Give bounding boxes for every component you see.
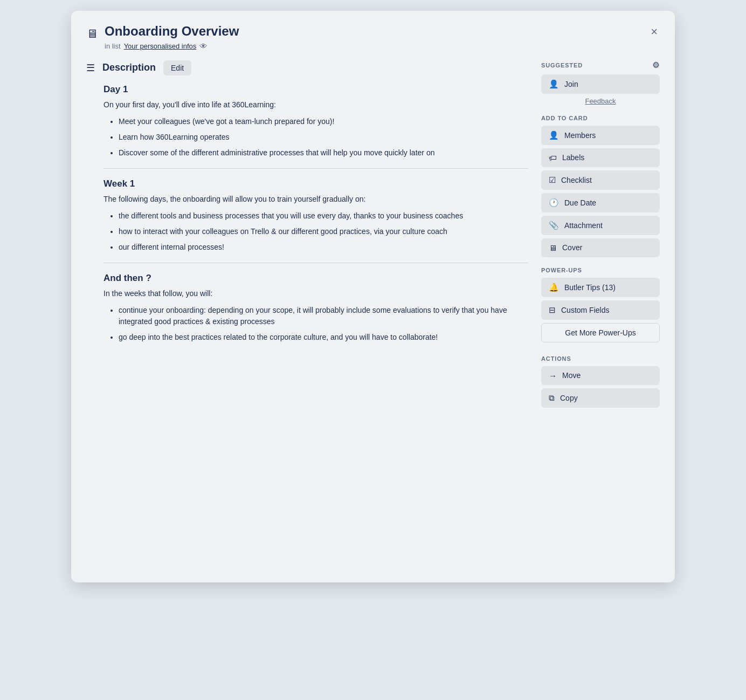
members-button[interactable]: 👤 Members xyxy=(541,126,660,145)
power-ups-section-title: POWER-UPS xyxy=(541,267,660,273)
description-header: ☰ Description Edit xyxy=(86,60,528,76)
clock-icon: 🕐 xyxy=(549,198,559,208)
due-date-button[interactable]: 🕐 Due Date xyxy=(541,193,660,212)
section-divider xyxy=(103,168,528,169)
cover-icon: 🖥 xyxy=(549,243,557,252)
move-button[interactable]: → Move xyxy=(541,366,660,385)
sidebar: SUGGESTED ⚙ 👤 Join Feedback ADD TO CARD … xyxy=(541,60,660,567)
custom-fields-icon: ⊟ xyxy=(549,305,556,315)
copy-button[interactable]: ⧉ Copy xyxy=(541,388,660,408)
bullet-list-andthen: continue your onboarding: depending on y… xyxy=(103,305,528,343)
content-area: ☰ Description Edit Day 1 On your first d… xyxy=(86,60,528,567)
list-item: Discover some of the different administr… xyxy=(119,147,528,159)
header-left: 🖥 Onboarding Overview in list Your perso… xyxy=(86,24,239,51)
person-icon: 👤 xyxy=(549,79,559,89)
labels-label: Labels xyxy=(562,153,584,162)
actions-section-title: ACTIONS xyxy=(541,355,660,362)
list-item: Learn how 360Learning operates xyxy=(119,132,528,143)
labels-icon: 🏷 xyxy=(549,153,557,162)
section-intro-day1: On your first day, you'll dive into life… xyxy=(103,99,528,111)
card-modal: 🖥 Onboarding Overview in list Your perso… xyxy=(71,11,675,582)
add-to-card-section-title: ADD TO CARD xyxy=(541,115,660,121)
checklist-label: Checklist xyxy=(561,176,592,184)
lines-icon: ☰ xyxy=(86,62,95,74)
actions-label: ACTIONS xyxy=(541,355,571,362)
bullet-list-day1: Meet your colleagues (we've got a team-l… xyxy=(103,116,528,159)
description-label: Description xyxy=(102,62,156,73)
custom-fields-button[interactable]: ⊟ Custom Fields xyxy=(541,300,660,320)
custom-fields-label: Custom Fields xyxy=(561,306,609,314)
edit-button[interactable]: Edit xyxy=(163,60,191,76)
section-heading-week1: Week 1 xyxy=(103,179,528,189)
list-prefix: in list xyxy=(105,42,121,50)
bullet-list-week1: the different tools and business process… xyxy=(103,210,528,253)
attachment-button[interactable]: 📎 Attachment xyxy=(541,216,660,235)
cover-button[interactable]: 🖥 Cover xyxy=(541,238,660,257)
feedback-link[interactable]: Feedback xyxy=(541,97,660,105)
join-button[interactable]: 👤 Join xyxy=(541,74,660,94)
list-item: how to interact with your colleagues on … xyxy=(119,226,528,237)
close-button[interactable]: × xyxy=(648,24,660,40)
members-label: Members xyxy=(564,131,596,140)
list-item: our different internal processes! xyxy=(119,242,528,253)
suggested-section-title: SUGGESTED ⚙ xyxy=(541,60,660,70)
list-link[interactable]: Your personalised infos xyxy=(124,42,197,50)
gear-icon[interactable]: ⚙ xyxy=(652,60,660,70)
list-item: continue your onboarding: depending on y… xyxy=(119,305,528,327)
section-intro-week1: The following days, the onboarding will … xyxy=(103,194,528,205)
copy-icon: ⧉ xyxy=(549,393,555,403)
cover-label: Cover xyxy=(562,243,582,252)
card-list-info: in list Your personalised infos 👁 xyxy=(105,42,239,51)
suggested-label: SUGGESTED xyxy=(541,62,583,68)
move-label: Move xyxy=(562,371,581,380)
header-title-block: Onboarding Overview in list Your persona… xyxy=(105,24,239,51)
members-icon: 👤 xyxy=(549,131,559,140)
join-label: Join xyxy=(564,80,578,88)
card-title: Onboarding Overview xyxy=(105,24,239,39)
checklist-icon: ☑ xyxy=(549,175,556,185)
list-item: the different tools and business process… xyxy=(119,210,528,222)
get-more-power-ups-button[interactable]: Get More Power-Ups xyxy=(541,323,660,342)
list-item: Meet your colleagues (we've got a team-l… xyxy=(119,116,528,127)
section-divider-2 xyxy=(103,263,528,263)
modal-body: ☰ Description Edit Day 1 On your first d… xyxy=(71,51,675,582)
section-heading-andthen: And then ? xyxy=(103,273,528,284)
arrow-right-icon: → xyxy=(549,371,557,380)
eye-icon[interactable]: 👁 xyxy=(199,42,208,51)
description-content: Day 1 On your first day, you'll dive int… xyxy=(86,84,528,343)
monitor-icon: 🖥 xyxy=(86,27,98,41)
power-ups-label: POWER-UPS xyxy=(541,267,582,273)
add-to-card-label: ADD TO CARD xyxy=(541,115,588,121)
labels-button[interactable]: 🏷 Labels xyxy=(541,148,660,167)
copy-label: Copy xyxy=(560,394,578,402)
butler-tips-button[interactable]: 🔔 Butler Tips (13) xyxy=(541,278,660,297)
section-heading-day1: Day 1 xyxy=(103,84,528,95)
due-date-label: Due Date xyxy=(564,198,596,207)
butler-icon: 🔔 xyxy=(549,283,559,292)
checklist-button[interactable]: ☑ Checklist xyxy=(541,170,660,190)
modal-header: 🖥 Onboarding Overview in list Your perso… xyxy=(71,11,675,51)
attachment-icon: 📎 xyxy=(549,221,559,230)
section-intro-andthen: In the weeks that follow, you will: xyxy=(103,288,528,299)
butler-tips-label: Butler Tips (13) xyxy=(564,283,616,292)
attachment-label: Attachment xyxy=(564,221,603,230)
list-item: go deep into the best practices related … xyxy=(119,332,528,343)
